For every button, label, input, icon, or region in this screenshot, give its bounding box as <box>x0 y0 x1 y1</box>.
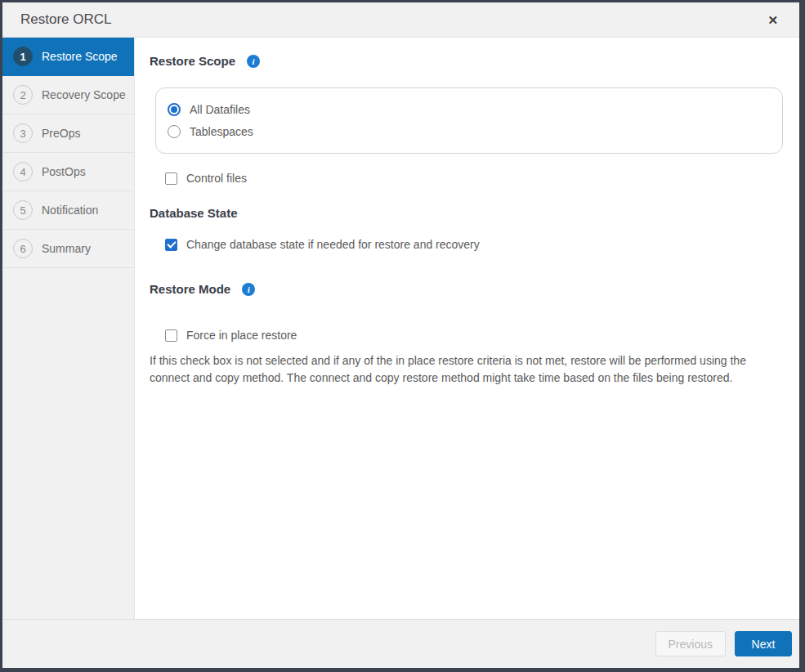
checkbox-label: Force in place restore <box>186 329 297 342</box>
next-button[interactable]: Next <box>735 631 792 656</box>
info-icon[interactable]: i <box>247 55 260 68</box>
checkbox-label: Control files <box>186 172 247 185</box>
sidebar-item-preops[interactable]: 3 PreOps <box>2 114 134 153</box>
radio-row-all-datafiles[interactable]: All Datafiles <box>168 100 771 119</box>
close-icon[interactable]: ✕ <box>764 11 781 29</box>
step-label: Summary <box>42 242 91 255</box>
info-icon[interactable]: i <box>242 283 255 296</box>
radio-label: All Datafiles <box>190 103 250 116</box>
restore-dialog: Restore ORCL ✕ 1 Restore Scope 2 Recover… <box>0 0 805 672</box>
step-number-badge: 1 <box>13 47 33 66</box>
step-label: PostOps <box>42 165 86 178</box>
restore-mode-heading: Restore Mode <box>150 282 230 296</box>
titlebar: Restore ORCL ✕ <box>2 2 799 38</box>
step-number-badge: 2 <box>13 85 33 105</box>
step-label: Recovery Scope <box>42 88 126 101</box>
previous-button[interactable]: Previous <box>655 631 726 656</box>
step-number-badge: 3 <box>13 123 33 143</box>
sidebar-item-postops[interactable]: 4 PostOps <box>2 153 134 191</box>
database-state-heading-row: Database State <box>150 206 783 220</box>
radio-row-tablespaces[interactable]: Tablespaces <box>168 122 771 141</box>
radio-label: Tablespaces <box>190 125 253 138</box>
database-state-heading: Database State <box>150 206 238 220</box>
step-number-badge: 6 <box>13 239 33 258</box>
force-in-place-restore-row[interactable]: Force in place restore <box>165 329 783 342</box>
restore-scope-heading: Restore Scope <box>150 54 235 68</box>
sidebar-item-restore-scope[interactable]: 1 Restore Scope <box>2 38 134 76</box>
force-in-place-restore-checkbox[interactable] <box>165 329 177 342</box>
restore-scope-heading-row: Restore Scope i <box>150 54 783 68</box>
change-database-state-checkbox[interactable] <box>165 239 177 251</box>
control-files-checkbox[interactable] <box>165 172 177 185</box>
step-label: Restore Scope <box>42 50 118 63</box>
dialog-body: 1 Restore Scope 2 Recovery Scope 3 PreOp… <box>2 38 799 619</box>
all-datafiles-radio[interactable] <box>168 103 181 116</box>
step-content: Restore Scope i All Datafiles Tablespace… <box>135 38 799 619</box>
sidebar-item-notification[interactable]: 5 Notification <box>2 191 134 230</box>
step-label: PreOps <box>42 127 80 140</box>
wizard-sidebar: 1 Restore Scope 2 Recovery Scope 3 PreOp… <box>2 38 135 619</box>
dialog-footer: Previous Next <box>2 619 799 668</box>
step-number-badge: 5 <box>13 200 33 220</box>
sidebar-item-recovery-scope[interactable]: 2 Recovery Scope <box>2 76 134 114</box>
sidebar-item-summary[interactable]: 6 Summary <box>2 230 134 268</box>
tablespaces-radio[interactable] <box>168 125 181 138</box>
restore-mode-heading-row: Restore Mode i <box>150 282 783 296</box>
step-label: Notification <box>42 204 98 217</box>
restore-scope-options-box: All Datafiles Tablespaces <box>155 87 783 154</box>
control-files-row[interactable]: Control files <box>165 172 783 185</box>
dialog-title: Restore ORCL <box>20 11 111 28</box>
checkbox-label: Change database state if needed for rest… <box>186 238 480 251</box>
restore-mode-description: If this check box is not selected and if… <box>150 352 758 387</box>
change-database-state-row[interactable]: Change database state if needed for rest… <box>165 238 783 251</box>
step-number-badge: 4 <box>13 162 33 181</box>
